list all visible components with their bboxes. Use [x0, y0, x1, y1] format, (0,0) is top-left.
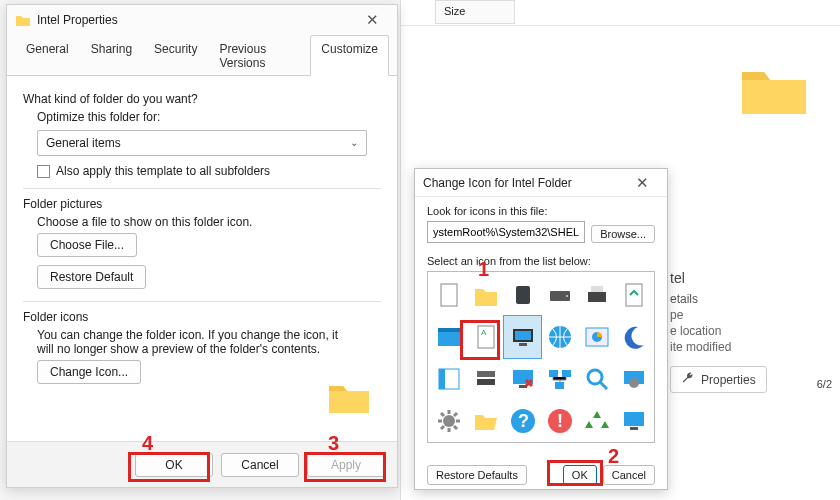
gear-icon[interactable] [430, 400, 467, 442]
icon-grid[interactable]: A?! [427, 271, 655, 443]
folder-titlebar-icon [15, 13, 31, 27]
folder-icons-text: You can change the folder icon. If you c… [37, 328, 357, 356]
monitor-x-icon[interactable] [504, 358, 541, 400]
svg-rect-19 [477, 371, 495, 377]
optimize-label: Optimize this folder for: [37, 110, 381, 124]
svg-rect-34 [624, 412, 644, 426]
look-for-icons-label: Look for icons in this file: [427, 205, 655, 217]
folder-open-icon[interactable] [467, 400, 504, 442]
svg-rect-13 [519, 343, 527, 346]
folder-large-icon[interactable] [738, 60, 810, 118]
detail-type: pe [670, 308, 830, 322]
properties-button-label: Properties [701, 373, 756, 387]
printer-icon[interactable] [578, 274, 615, 316]
svg-rect-24 [562, 370, 571, 377]
help-icon[interactable]: ? [504, 400, 541, 442]
svg-rect-18 [439, 369, 445, 389]
change-icon-titlebar: Change Icon for Intel Folder ✕ [415, 169, 667, 197]
tab-previous-versions[interactable]: Previous Versions [208, 35, 310, 75]
restore-default-button[interactable]: Restore Default [37, 265, 146, 289]
folder-pictures-header: Folder pictures [23, 197, 381, 211]
folder-pictures-text: Choose a file to show on this folder ico… [37, 215, 381, 229]
svg-rect-5 [591, 286, 603, 292]
svg-text:?: ? [518, 411, 529, 431]
svg-point-29 [443, 415, 455, 427]
tab-security[interactable]: Security [143, 35, 208, 75]
window-blue-icon[interactable] [430, 316, 467, 358]
chip-icon[interactable] [504, 274, 541, 316]
settings-icon[interactable] [615, 358, 652, 400]
globe-icon[interactable] [541, 316, 578, 358]
apply-subfolders-checkbox[interactable]: Also apply this template to all subfolde… [37, 164, 381, 178]
details-panel: tel etails pe e location ite modified Pr… [670, 270, 830, 393]
svg-point-26 [588, 370, 602, 384]
tab-general[interactable]: General [15, 35, 80, 75]
detail-location: e location [670, 324, 830, 338]
tab-customize[interactable]: Customize [310, 35, 389, 76]
browse-button[interactable]: Browse... [591, 225, 655, 243]
folder-icons-header: Folder icons [23, 310, 381, 324]
folder-icon[interactable] [467, 274, 504, 316]
svg-rect-35 [630, 427, 638, 430]
monitor-icon[interactable] [615, 400, 652, 442]
svg-rect-8 [438, 328, 460, 332]
icon-file-path-input[interactable] [427, 221, 585, 243]
svg-rect-20 [477, 379, 495, 385]
document-icon[interactable] [430, 274, 467, 316]
drive-icon[interactable] [541, 274, 578, 316]
properties-button[interactable]: Properties [670, 366, 767, 393]
properties-footer: OK Cancel Apply [7, 441, 397, 487]
ok-button[interactable]: OK [135, 453, 213, 477]
icon-cancel-button[interactable]: Cancel [603, 465, 655, 485]
properties-titlebar: Intel Properties ✕ [7, 5, 397, 35]
properties-title: Intel Properties [37, 13, 355, 27]
folder-kind-question: What kind of folder do you want? [23, 92, 381, 106]
change-icon-button[interactable]: Change Icon... [37, 360, 141, 384]
svg-rect-1 [516, 286, 530, 304]
change-icon-dialog: Change Icon for Intel Folder ✕ Look for … [414, 168, 668, 490]
optimize-select[interactable]: General items ⌄ [37, 130, 367, 156]
apply-button[interactable]: Apply [307, 453, 385, 477]
detail-modified: ite modified [670, 340, 830, 354]
properties-tabs: General Sharing Security Previous Versio… [7, 35, 397, 76]
choose-file-button[interactable]: Choose File... [37, 233, 137, 257]
svg-rect-12 [515, 331, 531, 340]
wrench-icon [681, 371, 695, 388]
svg-point-3 [566, 295, 568, 297]
svg-rect-25 [555, 382, 564, 389]
computer-icon[interactable] [504, 316, 541, 358]
svg-text:A: A [481, 328, 487, 337]
moon-icon[interactable] [615, 316, 652, 358]
page-arrow-icon[interactable] [615, 274, 652, 316]
restore-defaults-button[interactable]: Restore Defaults [427, 465, 527, 485]
text-page-icon[interactable]: A [467, 316, 504, 358]
app-list-icon[interactable] [430, 358, 467, 400]
change-icon-footer: Restore Defaults OK Cancel [415, 451, 667, 489]
device-stack-icon[interactable] [467, 358, 504, 400]
checkbox-icon [37, 165, 50, 178]
icon-ok-button[interactable]: OK [563, 465, 597, 485]
change-icon-title: Change Icon for Intel Folder [423, 176, 625, 190]
svg-rect-23 [549, 370, 558, 377]
cancel-button[interactable]: Cancel [221, 453, 299, 477]
chevron-down-icon: ⌄ [350, 137, 358, 148]
close-icon[interactable]: ✕ [625, 174, 659, 192]
details-section-header: etails [670, 292, 830, 306]
network-icon[interactable] [541, 358, 578, 400]
tab-sharing[interactable]: Sharing [80, 35, 143, 75]
recycle-icon[interactable] [578, 400, 615, 442]
svg-rect-4 [588, 292, 606, 302]
svg-rect-6 [626, 284, 642, 306]
date-value: 6/2 [817, 378, 832, 390]
properties-dialog: Intel Properties ✕ General Sharing Secur… [6, 4, 398, 488]
error-icon[interactable]: ! [541, 400, 578, 442]
column-header-size[interactable]: Size [435, 0, 515, 24]
apply-subfolders-label: Also apply this template to all subfolde… [56, 164, 270, 178]
svg-point-28 [629, 378, 639, 388]
select-icon-label: Select an icon from the list below: [427, 255, 655, 267]
details-folder-name: tel [670, 270, 830, 286]
chart-window-icon[interactable] [578, 316, 615, 358]
svg-rect-0 [441, 284, 457, 306]
close-icon[interactable]: ✕ [355, 11, 389, 29]
search-icon[interactable] [578, 358, 615, 400]
